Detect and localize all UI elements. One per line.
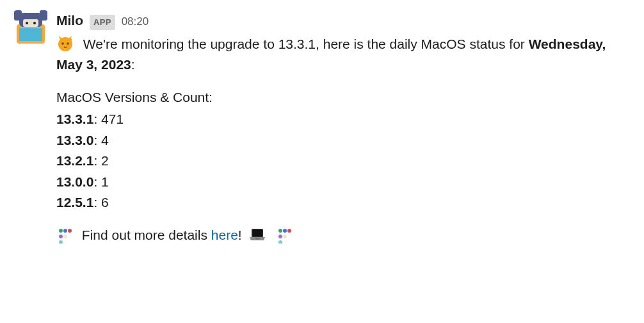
version-count: 6 — [101, 195, 109, 210]
version-number: 12.5.1 — [56, 195, 93, 210]
version-count: 1 — [101, 174, 109, 189]
svg-rect-6 — [23, 19, 38, 27]
version-row: 12.5.1: 6 — [56, 192, 631, 213]
footer-pre: Find out more details — [82, 228, 211, 242]
message-header: Milo APP 08:20 — [56, 10, 631, 31]
svg-point-24 — [278, 235, 282, 238]
svg-point-11 — [67, 42, 68, 44]
svg-rect-19 — [253, 229, 262, 236]
svg-point-16 — [63, 235, 67, 238]
svg-point-23 — [287, 229, 291, 233]
version-row: 13.3.1: 471 — [56, 109, 631, 130]
svg-point-7 — [26, 22, 28, 24]
versions-header: MacOS Versions & Count: — [56, 87, 631, 108]
svg-point-8 — [33, 22, 36, 24]
laptop-icon — [245, 228, 273, 242]
svg-point-12 — [59, 229, 63, 233]
svg-rect-5 — [40, 10, 47, 21]
version-count: 4 — [101, 133, 109, 147]
version-count: 2 — [101, 153, 109, 168]
version-count: 471 — [101, 112, 124, 126]
svg-point-14 — [68, 229, 72, 233]
intro-post: : — [131, 57, 135, 72]
loading-dots-icon — [56, 228, 82, 242]
loading-dots-icon — [273, 228, 294, 242]
footer-post: ! — [238, 228, 246, 242]
footer-text: Find out more details here! — [56, 225, 631, 246]
app-badge: APP — [90, 15, 115, 30]
versions-list: 13.3.1: 471 13.3.0: 4 13.2.1: 2 13.0.0: … — [56, 109, 631, 213]
timestamp[interactable]: 08:20 — [122, 13, 149, 30]
svg-point-25 — [283, 235, 287, 238]
svg-point-22 — [283, 229, 287, 233]
intro-text: We're monitoring the upgrade to 13.3.1, … — [56, 34, 631, 76]
intro-pre: We're monitoring the upgrade to 13.3.1, … — [83, 37, 529, 51]
version-number: 13.3.0 — [56, 133, 93, 147]
svg-rect-20 — [255, 238, 259, 239]
svg-rect-2 — [19, 28, 42, 41]
svg-point-26 — [278, 240, 282, 244]
svg-point-15 — [59, 235, 63, 238]
svg-rect-4 — [14, 10, 22, 21]
version-row: 13.2.1: 2 — [56, 151, 631, 172]
version-number: 13.3.1 — [56, 112, 93, 126]
version-number: 13.2.1 — [56, 153, 93, 168]
cat-thumbs-up-icon — [56, 37, 83, 51]
version-row: 13.3.0: 4 — [56, 130, 631, 151]
version-row: 13.0.0: 1 — [56, 172, 631, 193]
message-content: Milo APP 08:20 We're monitoring the upgr… — [56, 10, 631, 245]
avatar[interactable] — [13, 10, 49, 245]
details-link[interactable]: here — [211, 228, 238, 242]
bot-name[interactable]: Milo — [56, 10, 83, 31]
svg-point-21 — [278, 229, 282, 233]
version-number: 13.0.0 — [56, 174, 93, 189]
svg-point-10 — [61, 42, 63, 44]
slack-message: Milo APP 08:20 We're monitoring the upgr… — [13, 10, 631, 245]
svg-point-13 — [63, 229, 67, 233]
svg-point-17 — [59, 240, 63, 244]
